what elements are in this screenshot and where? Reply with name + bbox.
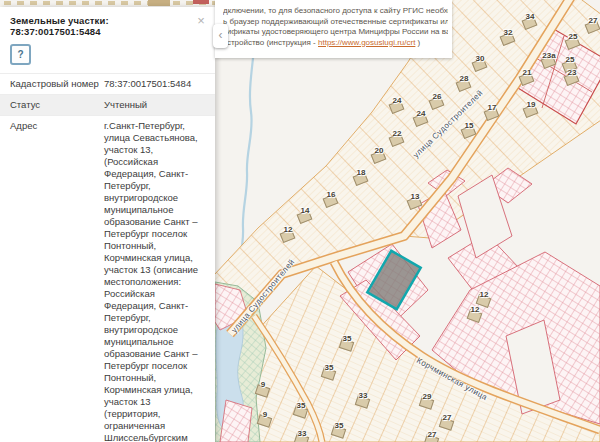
table-row: Статус Учтенный <box>0 94 215 115</box>
attribute-table: Кадастровый номер 78:37:0017501:5484 Ста… <box>0 73 215 442</box>
banner-collapse-chevron-icon[interactable]: ‹ <box>213 24 228 48</box>
panel-header: Земельные участки: 78:37:0017501:5484 × <box>0 7 215 37</box>
map-fragment <box>193 0 209 4</box>
banner-line: тификаты удостоверяющего центра Минцифры… <box>223 27 448 38</box>
map-fragment <box>148 0 170 6</box>
banner-line: устройство (инструкция - https://www.gos… <box>223 38 448 49</box>
banner-line: ь браузер поддерживающий отечественные с… <box>223 17 448 28</box>
close-icon[interactable]: × <box>194 14 208 28</box>
table-row: Адрес г.Санкт-Петербург, улица Севастьян… <box>0 115 215 442</box>
help-button[interactable]: ? <box>10 44 31 65</box>
banner-line: дключении, то для безопасного доступа к … <box>223 6 448 17</box>
row-value: г.Санкт-Петербург, улица Севастьянова, у… <box>102 116 215 442</box>
banner-line-prefix: устройство (инструкция - <box>223 38 318 47</box>
row-label: Статус <box>0 95 102 115</box>
gosuslugi-link[interactable]: https://www.gosuslugi.ru/crt <box>318 38 415 47</box>
row-label: Кадастровый номер <box>0 74 102 94</box>
panel-title: Земельные участки: 78:37:0017501:5484 <box>10 15 191 37</box>
certificate-warning-banner: дключении, то для безопасного доступа к … <box>215 0 452 58</box>
table-row: Кадастровый номер 78:37:0017501:5484 <box>0 73 215 94</box>
banner-line-suffix: ) <box>415 38 420 47</box>
row-value: 78:37:0017501:5484 <box>102 74 215 94</box>
row-value: Учтенный <box>102 95 215 115</box>
parcel-info-panel: Земельные участки: 78:37:0017501:5484 × … <box>0 7 215 442</box>
row-label: Адрес <box>0 116 102 442</box>
